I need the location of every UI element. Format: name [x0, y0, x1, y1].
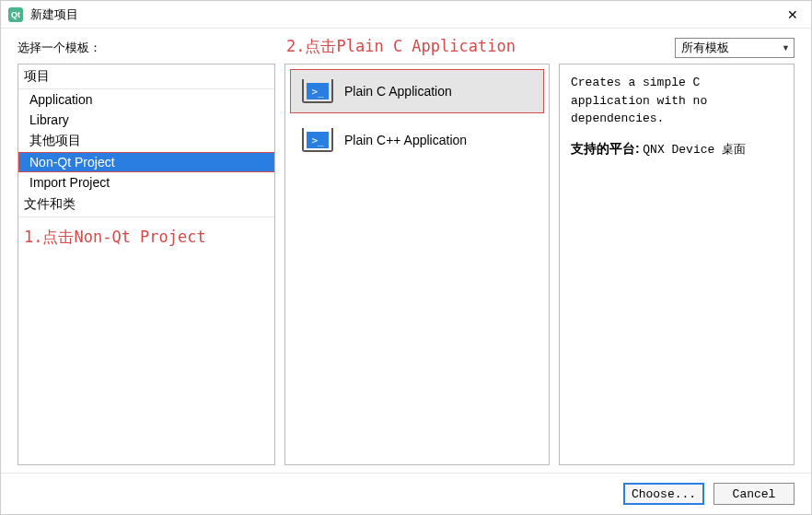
category-item-import[interactable]: Import Project — [18, 172, 274, 193]
terminal-icon: >_ — [302, 128, 333, 152]
template-description: Creates a simple C application with no d… — [571, 74, 783, 128]
template-label: Plain C Application — [344, 84, 452, 99]
qt-app-icon: Qt — [8, 7, 23, 22]
template-label: Plain C++ Application — [344, 133, 467, 147]
template-item-plain-c[interactable]: >_ Plain C Application — [290, 69, 544, 113]
description-panel: Creates a simple C application with no d… — [559, 64, 795, 465]
platforms-value: QNX Device 桌面 — [643, 143, 746, 157]
window-title: 新建项目 — [30, 6, 782, 23]
choose-template-label: 选择一个模板： — [17, 40, 101, 56]
annotation-step1: 1.点击Non-Qt Project — [18, 217, 274, 257]
category-item-non-qt[interactable]: Non-Qt Project — [18, 152, 274, 172]
category-panel: 项目 Application Library 其他项目 Non-Qt Proje… — [17, 64, 275, 465]
template-filter-select[interactable]: 所有模板 — [675, 38, 795, 58]
new-project-dialog: Qt 新建项目 ✕ 选择一个模板： 2.点击Plain C Applicatio… — [0, 0, 812, 515]
platforms-label: 支持的平台: — [571, 141, 640, 156]
choose-button[interactable]: Choose... — [623, 483, 704, 505]
template-panel: >_ Plain C Application >_ Plain C++ Appl… — [284, 64, 550, 465]
platforms-row: 支持的平台: QNX Device 桌面 — [571, 141, 783, 158]
close-icon[interactable]: ✕ — [782, 4, 804, 26]
top-row: 选择一个模板： 2.点击Plain C Application 所有模板 — [1, 29, 811, 64]
content-area: 项目 Application Library 其他项目 Non-Qt Proje… — [1, 64, 811, 473]
template-item-plain-cpp[interactable]: >_ Plain C++ Application — [291, 119, 543, 161]
category-item-other[interactable]: 其他项目 — [18, 130, 274, 152]
cancel-button[interactable]: Cancel — [713, 483, 795, 505]
category-item-application[interactable]: Application — [18, 89, 274, 110]
annotation-step2: 2.点击Plain C Application — [286, 36, 516, 57]
terminal-icon: >_ — [302, 79, 333, 103]
titlebar: Qt 新建项目 ✕ — [1, 1, 811, 29]
category-header-files: 文件和类 — [18, 193, 274, 217]
category-item-library[interactable]: Library — [18, 110, 274, 130]
dialog-footer: Choose... Cancel — [1, 473, 811, 514]
category-header-projects: 项目 — [18, 64, 274, 89]
template-filter-value: 所有模板 — [681, 40, 729, 56]
